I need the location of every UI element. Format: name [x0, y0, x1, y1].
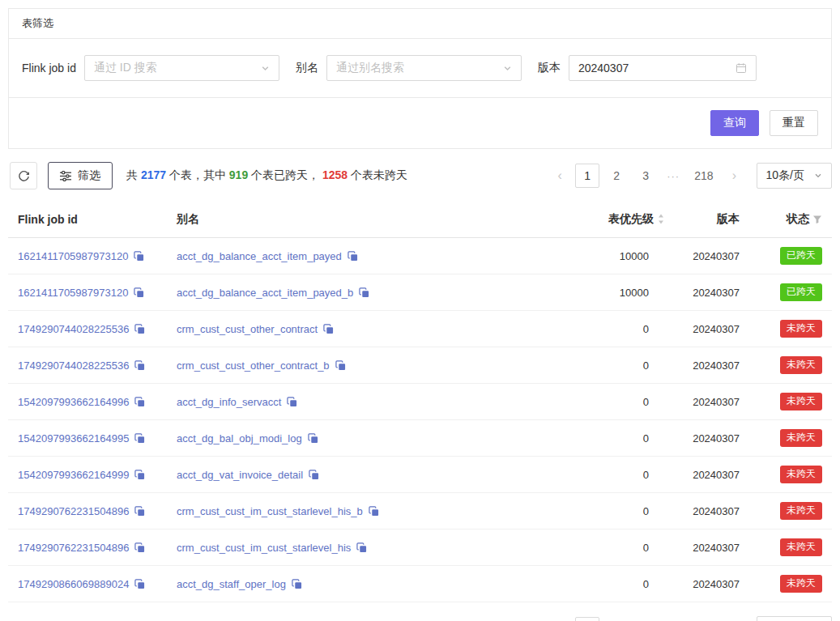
pagination-top: ‹ 1 2 3 ··· 218 › 10条/页 — [549, 163, 832, 189]
alias-link[interactable]: acct_dg_bal_obj_modi_log — [177, 432, 302, 444]
prev-page-button[interactable]: ‹ — [549, 617, 570, 621]
table-header: Flink job id 别名 表优先级 版本 状态 — [8, 201, 832, 238]
copy-icon[interactable] — [323, 324, 334, 334]
status-cell: 未跨天 — [740, 356, 822, 374]
copy-icon[interactable] — [359, 287, 369, 298]
copy-icon[interactable] — [335, 360, 346, 371]
prev-page-button[interactable]: ‹ — [549, 164, 570, 188]
page-button-2[interactable]: 2 — [604, 617, 629, 621]
job-id-select[interactable]: 通过 ID 搜索 — [84, 55, 279, 81]
page-button-3[interactable]: 3 — [633, 164, 658, 188]
copy-icon[interactable] — [134, 324, 145, 334]
copy-icon[interactable] — [134, 470, 145, 480]
version-date-input[interactable]: 20240307 — [569, 55, 757, 81]
job-id-link[interactable]: 1749290866069889024 — [18, 578, 129, 590]
alias-link[interactable]: crm_cust_cust_other_contract — [177, 323, 318, 335]
alias-link[interactable]: acct_dg_balance_acct_item_payed_b — [177, 287, 353, 299]
copy-icon[interactable] — [134, 433, 145, 444]
column-header-status[interactable]: 状态 — [740, 212, 822, 227]
toolbar: 筛选 共 2177 个表，其中 919 个表已跨天， 1258 个表未跨天 ‹ … — [0, 149, 840, 199]
next-page-button[interactable]: › — [724, 164, 745, 188]
job-id-cell: 1749290744028225536 — [18, 323, 177, 335]
job-id-link[interactable]: 1749290762231504896 — [18, 542, 129, 554]
job-id-link[interactable]: 1542097993662164999 — [18, 469, 129, 481]
alias-link[interactable]: crm_cust_cust_other_contract_b — [177, 359, 330, 372]
version-value: 20240307 — [665, 469, 740, 481]
page: 表筛选 Flink job id 通过 ID 搜索 别名 通过别名搜索 — [0, 0, 840, 621]
page-button-1[interactable]: 1 — [575, 164, 599, 188]
job-id-link[interactable]: 1542097993662164995 — [18, 432, 129, 444]
version-label: 版本 — [538, 61, 561, 75]
table: Flink job id 别名 表优先级 版本 状态 — [8, 201, 832, 602]
alias-link[interactable]: acct_dg_vat_invoice_detail — [177, 469, 303, 481]
summary-prefix: 共 — [126, 168, 141, 181]
page-button-2[interactable]: 2 — [604, 164, 629, 188]
filter-card: 表筛选 Flink job id 通过 ID 搜索 别名 通过别名搜索 — [8, 8, 832, 149]
page-button-last[interactable]: 218 — [689, 164, 718, 188]
copy-icon[interactable] — [134, 579, 145, 589]
copy-icon[interactable] — [134, 360, 145, 371]
alias-link[interactable]: acct_dg_info_servacct — [177, 396, 281, 408]
page-button-1[interactable]: 1 — [575, 617, 599, 621]
page-button-3[interactable]: 3 — [633, 617, 658, 621]
column-label: 状态 — [787, 212, 809, 227]
alias-label: 别名 — [296, 61, 318, 75]
copy-icon[interactable] — [292, 579, 302, 589]
copy-icon[interactable] — [134, 397, 145, 407]
reset-button[interactable]: 重置 — [770, 110, 818, 136]
page-ellipsis[interactable]: ··· — [663, 170, 684, 182]
refresh-button[interactable] — [10, 162, 37, 189]
version-field: 版本 20240307 — [538, 55, 757, 81]
copy-icon[interactable] — [134, 287, 144, 298]
sort-carets-icon[interactable] — [657, 213, 665, 225]
job-id-link[interactable]: 1749290744028225536 — [18, 323, 129, 335]
job-id-link[interactable]: 1749290744028225536 — [18, 359, 129, 372]
table-row: 1749290744028225536 crm_cust_cust_other_… — [8, 347, 832, 384]
job-id-cell: 1621411705987973120 — [18, 250, 177, 262]
summary-mid1: 个表，其中 — [166, 168, 229, 181]
copy-icon[interactable] — [287, 397, 297, 407]
column-header-job-id: Flink job id — [18, 213, 177, 226]
filter-toggle-button[interactable]: 筛选 — [48, 162, 113, 189]
job-id-link[interactable]: 1542097993662164996 — [18, 396, 129, 408]
job-id-cell: 1542097993662164996 — [18, 396, 177, 408]
copy-icon[interactable] — [134, 251, 144, 262]
summary-crossed: 919 — [229, 168, 248, 181]
version-date-value: 20240307 — [578, 62, 629, 74]
page-size-select[interactable]: 10条/页 — [757, 616, 832, 621]
job-id-field: Flink job id 通过 ID 搜索 — [22, 55, 279, 81]
alias-link[interactable]: acct_dg_staff_oper_log — [177, 578, 286, 590]
page-button-last[interactable]: 218 — [689, 617, 718, 621]
copy-icon[interactable] — [356, 542, 367, 553]
status-badge: 未跨天 — [780, 538, 822, 556]
copy-icon[interactable] — [348, 251, 358, 262]
next-page-button[interactable]: › — [724, 617, 745, 621]
job-id-link[interactable]: 1749290762231504896 — [18, 505, 129, 517]
job-id-link[interactable]: 1621411705987973120 — [18, 250, 128, 262]
column-header-priority[interactable]: 表优先级 — [544, 212, 665, 227]
toolbar-left: 筛选 共 2177 个表，其中 919 个表已跨天， 1258 个表未跨天 — [10, 162, 407, 189]
alias-link[interactable]: acct_dg_balance_acct_item_payed — [177, 250, 342, 262]
alias-link[interactable]: crm_cust_cust_im_cust_starlevel_his — [177, 542, 351, 554]
chevron-down-icon — [261, 64, 270, 73]
page-size-select[interactable]: 10条/页 — [757, 163, 832, 189]
column-label: Flink job id — [18, 213, 78, 226]
funnel-icon[interactable] — [812, 215, 822, 224]
status-cell: 未跨天 — [740, 429, 822, 447]
alias-link[interactable]: crm_cust_cust_im_cust_starlevel_his_b — [177, 505, 363, 517]
search-button[interactable]: 查询 — [710, 110, 759, 136]
column-header-alias: 别名 — [177, 212, 544, 227]
priority-value: 10000 — [544, 250, 665, 262]
table-row: 1749290866069889024 acct_dg_staff_oper_l… — [8, 566, 832, 602]
copy-icon[interactable] — [134, 506, 145, 517]
summary-uncrossed: 1258 — [322, 168, 348, 181]
copy-icon[interactable] — [369, 506, 379, 517]
summary-text: 共 2177 个表，其中 919 个表已跨天， 1258 个表未跨天 — [126, 168, 407, 183]
copy-icon[interactable] — [309, 470, 319, 480]
alias-select[interactable]: 通过别名搜索 — [326, 55, 522, 81]
job-id-link[interactable]: 1621411705987973120 — [18, 287, 128, 299]
copy-icon[interactable] — [308, 433, 318, 444]
priority-value: 0 — [544, 323, 665, 335]
alias-field: 别名 通过别名搜索 — [296, 55, 522, 81]
copy-icon[interactable] — [134, 542, 145, 553]
